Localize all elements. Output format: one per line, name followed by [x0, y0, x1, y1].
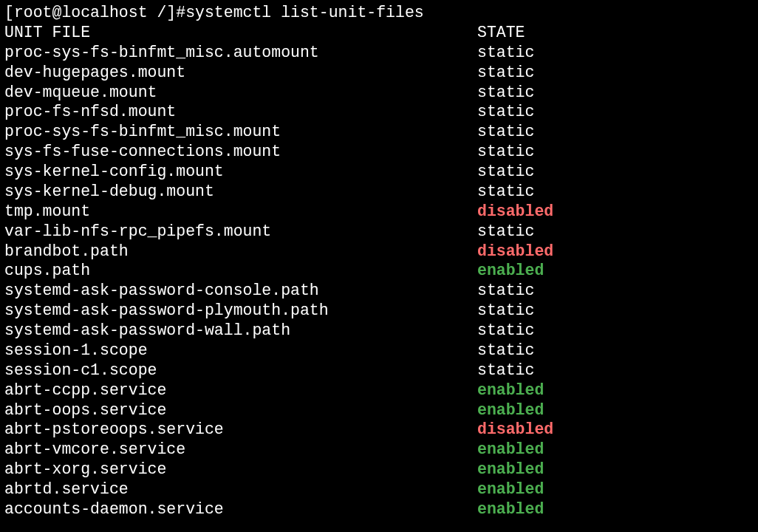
unit-file-name: session-1.scope	[4, 341, 477, 361]
unit-file-name: systemd-ask-password-console.path	[4, 281, 477, 301]
unit-state: enabled	[477, 440, 544, 460]
unit-file-name: tmp.mount	[4, 202, 477, 222]
unit-state: static	[477, 321, 534, 341]
table-row: accounts-daemon.serviceenabled	[4, 499, 754, 519]
table-header: UNIT FILE STATE	[4, 23, 754, 43]
unit-state: disabled	[477, 420, 553, 440]
table-row: proc-sys-fs-binfmt_misc.mountstatic	[4, 122, 754, 142]
unit-state: enabled	[477, 499, 544, 519]
unit-file-name: abrtd.service	[4, 480, 477, 499]
unit-state: static	[477, 281, 534, 301]
table-row: dev-mqueue.mountstatic	[4, 83, 754, 103]
command-text: systemctl list-unit-files	[185, 3, 424, 23]
table-row: systemd-ask-password-console.pathstatic	[4, 281, 754, 301]
unit-file-name: abrt-oops.service	[4, 400, 477, 420]
unit-state: static	[477, 361, 534, 381]
unit-file-name: abrt-ccpp.service	[4, 381, 477, 400]
unit-file-name: cups.path	[4, 261, 477, 281]
table-row: proc-fs-nfsd.mountstatic	[4, 102, 754, 122]
unit-file-name: session-c1.scope	[4, 361, 477, 381]
unit-state: static	[477, 122, 534, 142]
unit-state: static	[477, 222, 534, 242]
table-row: abrt-xorg.serviceenabled	[4, 460, 754, 480]
unit-file-name: dev-mqueue.mount	[4, 83, 477, 103]
unit-file-name: abrt-vmcore.service	[4, 440, 477, 460]
table-row: proc-sys-fs-binfmt_misc.automountstatic	[4, 43, 754, 63]
unit-state: static	[477, 142, 534, 162]
unit-file-name: abrt-xorg.service	[4, 460, 477, 480]
unit-state: static	[477, 43, 534, 63]
table-row: sys-kernel-debug.mountstatic	[4, 182, 754, 202]
table-row: session-1.scopestatic	[4, 341, 754, 361]
unit-file-name: accounts-daemon.service	[4, 499, 477, 519]
unit-file-name: sys-fs-fuse-connections.mount	[4, 142, 477, 162]
table-row: abrt-oops.serviceenabled	[4, 400, 754, 420]
table-row: systemd-ask-password-wall.pathstatic	[4, 321, 754, 341]
unit-file-name: proc-sys-fs-binfmt_misc.mount	[4, 122, 477, 142]
unit-state: static	[477, 301, 534, 321]
unit-file-name: brandbot.path	[4, 242, 477, 262]
table-row: abrt-pstoreoops.servicedisabled	[4, 420, 754, 440]
unit-state: enabled	[477, 400, 544, 420]
unit-file-name: abrt-pstoreoops.service	[4, 420, 477, 440]
shell-prompt: [root@localhost /]#	[4, 3, 185, 23]
unit-file-name: proc-fs-nfsd.mount	[4, 102, 477, 122]
table-row: sys-kernel-config.mountstatic	[4, 162, 754, 182]
unit-state: enabled	[477, 480, 544, 499]
table-row: abrt-vmcore.serviceenabled	[4, 440, 754, 460]
unit-state: static	[477, 341, 534, 361]
table-row: abrt-ccpp.serviceenabled	[4, 381, 754, 400]
unit-file-name: sys-kernel-config.mount	[4, 162, 477, 182]
table-row: systemd-ask-password-plymouth.pathstatic	[4, 301, 754, 321]
unit-file-name: dev-hugepages.mount	[4, 63, 477, 83]
command-prompt-line: [root@localhost /]# systemctl list-unit-…	[4, 3, 754, 23]
table-body: proc-sys-fs-binfmt_misc.automountstaticd…	[4, 43, 754, 519]
unit-state: disabled	[477, 202, 553, 222]
unit-state: static	[477, 162, 534, 182]
table-row: cups.pathenabled	[4, 261, 754, 281]
unit-state: static	[477, 63, 534, 83]
table-row: session-c1.scopestatic	[4, 361, 754, 381]
unit-file-name: systemd-ask-password-wall.path	[4, 321, 477, 341]
unit-state: enabled	[477, 381, 544, 400]
header-state: STATE	[477, 23, 525, 43]
table-row: abrtd.serviceenabled	[4, 480, 754, 499]
table-row: var-lib-nfs-rpc_pipefs.mountstatic	[4, 222, 754, 242]
unit-state: disabled	[477, 242, 553, 262]
unit-state: enabled	[477, 261, 544, 281]
table-row: brandbot.pathdisabled	[4, 242, 754, 262]
unit-file-name: sys-kernel-debug.mount	[4, 182, 477, 202]
unit-state: static	[477, 83, 534, 103]
table-row: dev-hugepages.mountstatic	[4, 63, 754, 83]
unit-file-name: proc-sys-fs-binfmt_misc.automount	[4, 43, 477, 63]
header-unit-file: UNIT FILE	[4, 23, 477, 43]
unit-state: static	[477, 102, 534, 122]
unit-state: static	[477, 182, 534, 202]
unit-file-name: var-lib-nfs-rpc_pipefs.mount	[4, 222, 477, 242]
table-row: sys-fs-fuse-connections.mountstatic	[4, 142, 754, 162]
table-row: tmp.mountdisabled	[4, 202, 754, 222]
unit-file-name: systemd-ask-password-plymouth.path	[4, 301, 477, 321]
unit-state: enabled	[477, 460, 544, 480]
